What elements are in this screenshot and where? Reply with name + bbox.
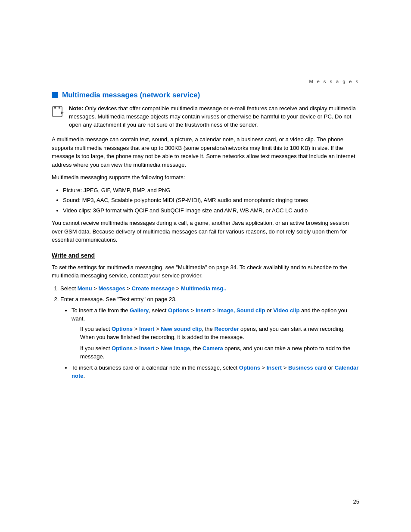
insert-link-2[interactable]: Insert (139, 326, 154, 332)
camera-link[interactable]: Camera (202, 345, 223, 352)
sub-bullet-gallery: To insert a file from the Gallery, selec… (72, 306, 359, 361)
section-title-text: Multimedia messages (network service) (62, 90, 200, 101)
note-text: Note: Only devices that offer compatible… (69, 105, 359, 129)
step-2: Enter a message. See "Text entry" on pag… (60, 295, 359, 380)
sub-bullet-business-card: To insert a business card or a calendar … (72, 364, 359, 380)
body-paragraph-2: Multimedia messaging supports the follow… (52, 173, 359, 182)
multimedia-msg-link[interactable]: Multimedia msg.. (181, 285, 226, 292)
body-paragraph-1: A multimedia message can contain text, s… (52, 135, 359, 169)
menu-link[interactable]: Menu (78, 285, 92, 292)
note-icon (52, 106, 64, 118)
step-1: Select Menu > Messages > Create message … (60, 284, 359, 293)
insert-link-1[interactable]: Insert (196, 307, 211, 314)
list-item: Picture: JPEG, GIF, WBMP, BMP, and PNG (63, 186, 359, 195)
recorder-link[interactable]: Recorder (214, 326, 239, 332)
options-link-4[interactable]: Options (239, 364, 260, 371)
body-paragraph-3: You cannot receive multimedia messages d… (52, 219, 359, 244)
list-item: Video clips: 3GP format with QCIF and Su… (63, 206, 359, 215)
note-content: Only devices that offer compatible multi… (69, 105, 356, 128)
content-area: Multimedia messages (network service) No… (0, 90, 411, 410)
sub-paragraph-2: If you select Options > Insert > New ima… (80, 344, 359, 361)
new-image-link[interactable]: New image (161, 345, 190, 352)
page-number: 25 (353, 498, 359, 506)
section-label: M e s s a g e s (309, 79, 359, 84)
insert-link-4[interactable]: Insert (267, 364, 282, 371)
new-sound-clip-link[interactable]: New sound clip (161, 326, 202, 332)
title-square-icon (52, 92, 58, 98)
gallery-link[interactable]: Gallery (130, 307, 149, 314)
page-container: M e s s a g e s Multimedia messages (net… (0, 0, 411, 532)
business-card-link[interactable]: Business card (288, 364, 327, 371)
svg-rect-0 (53, 106, 62, 117)
section-title-block: Multimedia messages (network service) (52, 90, 359, 101)
step2-bullets: To insert a file from the Gallery, selec… (69, 306, 359, 380)
options-link-2[interactable]: Options (112, 326, 133, 332)
subsection-title: Write and send (52, 251, 359, 260)
svg-rect-2 (59, 106, 60, 109)
note-bold: Note: (69, 105, 83, 112)
list-item: Sound: MP3, AAC, Scalable polyphonic MID… (63, 196, 359, 205)
subsection-body: To set the settings for multimedia messa… (52, 263, 359, 280)
image-sound-link[interactable]: Image, Sound clip (217, 307, 265, 314)
options-link-1[interactable]: Options (168, 307, 189, 314)
steps-list: Select Menu > Messages > Create message … (52, 284, 359, 380)
formats-list: Picture: JPEG, GIF, WBMP, BMP, and PNG S… (60, 186, 359, 215)
create-message-link[interactable]: Create message (132, 285, 175, 292)
video-clip-link[interactable]: Video clip (273, 307, 299, 314)
insert-link-3[interactable]: Insert (139, 345, 154, 352)
note-box: Note: Only devices that offer compatible… (52, 105, 359, 129)
messages-link[interactable]: Messages (99, 285, 125, 292)
page-header: M e s s a g e s (0, 0, 411, 88)
sub-paragraph-1: If you select Options > Insert > New sou… (80, 325, 359, 342)
svg-marker-3 (61, 112, 64, 114)
options-link-3[interactable]: Options (112, 345, 133, 352)
svg-rect-1 (54, 106, 56, 109)
